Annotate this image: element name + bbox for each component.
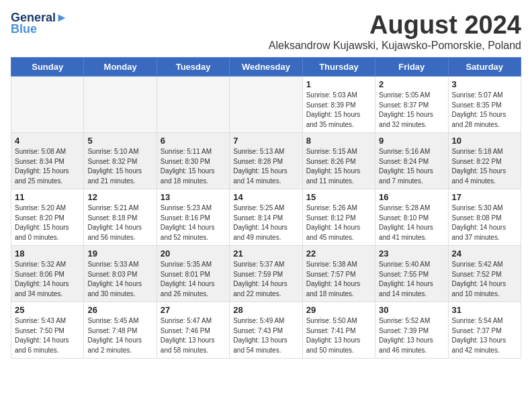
day-number: 7 bbox=[233, 136, 298, 146]
day-number: 22 bbox=[306, 248, 371, 259]
calendar-week-row: 25Sunrise: 5:43 AM Sunset: 7:50 PM Dayli… bbox=[11, 302, 521, 359]
day-info: Sunrise: 5:52 AM Sunset: 7:39 PM Dayligh… bbox=[379, 316, 444, 355]
day-info: Sunrise: 5:03 AM Sunset: 8:39 PM Dayligh… bbox=[306, 91, 371, 130]
day-number: 16 bbox=[379, 192, 444, 202]
day-number: 29 bbox=[306, 305, 371, 315]
calendar-day-cell: 8Sunrise: 5:15 AM Sunset: 8:26 PM Daylig… bbox=[302, 133, 375, 189]
day-number: 5 bbox=[87, 136, 152, 146]
day-number: 9 bbox=[379, 136, 444, 146]
day-info: Sunrise: 5:38 AM Sunset: 7:57 PM Dayligh… bbox=[306, 260, 371, 299]
logo-blue: Blue bbox=[11, 22, 37, 36]
calendar-table: SundayMondayTuesdayWednesdayThursdayFrid… bbox=[11, 57, 521, 359]
calendar-day-cell: 31Sunrise: 5:54 AM Sunset: 7:37 PM Dayli… bbox=[448, 302, 521, 359]
calendar-day-cell: 2Sunrise: 5:05 AM Sunset: 8:37 PM Daylig… bbox=[375, 77, 448, 133]
calendar-day-cell: 30Sunrise: 5:52 AM Sunset: 7:39 PM Dayli… bbox=[375, 302, 448, 359]
calendar-day-cell: 18Sunrise: 5:32 AM Sunset: 8:06 PM Dayli… bbox=[11, 246, 84, 302]
day-info: Sunrise: 5:43 AM Sunset: 7:50 PM Dayligh… bbox=[15, 316, 80, 355]
day-info: Sunrise: 5:15 AM Sunset: 8:26 PM Dayligh… bbox=[306, 147, 371, 186]
day-info: Sunrise: 5:28 AM Sunset: 8:10 PM Dayligh… bbox=[379, 203, 444, 242]
calendar-day-cell: 11Sunrise: 5:20 AM Sunset: 8:20 PM Dayli… bbox=[11, 189, 84, 246]
calendar-day-cell: 14Sunrise: 5:25 AM Sunset: 8:14 PM Dayli… bbox=[230, 189, 302, 246]
day-info: Sunrise: 5:26 AM Sunset: 8:12 PM Dayligh… bbox=[306, 203, 371, 242]
day-info: Sunrise: 5:25 AM Sunset: 8:14 PM Dayligh… bbox=[233, 203, 298, 242]
day-number: 31 bbox=[452, 305, 517, 315]
day-number: 21 bbox=[233, 248, 298, 259]
day-info: Sunrise: 5:37 AM Sunset: 7:59 PM Dayligh… bbox=[233, 260, 298, 299]
calendar-day-cell: 6Sunrise: 5:11 AM Sunset: 8:30 PM Daylig… bbox=[157, 133, 229, 189]
day-number: 12 bbox=[87, 192, 152, 202]
day-info: Sunrise: 5:10 AM Sunset: 8:32 PM Dayligh… bbox=[87, 147, 152, 186]
day-number: 6 bbox=[161, 136, 226, 146]
day-number: 3 bbox=[452, 79, 517, 89]
calendar-day-cell: 24Sunrise: 5:42 AM Sunset: 7:52 PM Dayli… bbox=[448, 246, 521, 302]
day-info: Sunrise: 5:54 AM Sunset: 7:37 PM Dayligh… bbox=[452, 316, 517, 355]
calendar-day-cell: 7Sunrise: 5:13 AM Sunset: 8:28 PM Daylig… bbox=[230, 133, 302, 189]
calendar-day-cell: 16Sunrise: 5:28 AM Sunset: 8:10 PM Dayli… bbox=[375, 189, 448, 246]
page-subtitle: Aleksandrow Kujawski, Kujawsko-Pomorskie… bbox=[269, 40, 521, 52]
day-info: Sunrise: 5:35 AM Sunset: 8:01 PM Dayligh… bbox=[161, 260, 226, 299]
weekday-header: Monday bbox=[84, 58, 157, 77]
weekday-header: Tuesday bbox=[157, 58, 229, 77]
calendar-day-cell: 28Sunrise: 5:49 AM Sunset: 7:43 PM Dayli… bbox=[230, 302, 302, 359]
day-number: 10 bbox=[452, 136, 517, 146]
weekday-header: Sunday bbox=[11, 58, 84, 77]
weekday-header: Wednesday bbox=[230, 58, 302, 77]
calendar-day-cell: 12Sunrise: 5:21 AM Sunset: 8:18 PM Dayli… bbox=[84, 189, 157, 246]
calendar-day-cell: 15Sunrise: 5:26 AM Sunset: 8:12 PM Dayli… bbox=[302, 189, 375, 246]
day-number: 26 bbox=[87, 305, 152, 315]
day-info: Sunrise: 5:07 AM Sunset: 8:35 PM Dayligh… bbox=[452, 91, 517, 130]
calendar-week-row: 1Sunrise: 5:03 AM Sunset: 8:39 PM Daylig… bbox=[11, 77, 521, 133]
day-number: 1 bbox=[306, 79, 371, 89]
day-number: 20 bbox=[161, 248, 226, 259]
day-number: 18 bbox=[15, 248, 80, 259]
day-number: 25 bbox=[15, 305, 80, 315]
calendar-day-cell: 25Sunrise: 5:43 AM Sunset: 7:50 PM Dayli… bbox=[11, 302, 84, 359]
calendar-empty-cell bbox=[84, 77, 157, 133]
calendar-day-cell: 3Sunrise: 5:07 AM Sunset: 8:35 PM Daylig… bbox=[448, 77, 521, 133]
calendar-day-cell: 4Sunrise: 5:08 AM Sunset: 8:34 PM Daylig… bbox=[11, 133, 84, 189]
day-info: Sunrise: 5:20 AM Sunset: 8:20 PM Dayligh… bbox=[15, 203, 80, 242]
calendar-day-cell: 27Sunrise: 5:47 AM Sunset: 7:46 PM Dayli… bbox=[157, 302, 229, 359]
day-info: Sunrise: 5:47 AM Sunset: 7:46 PM Dayligh… bbox=[161, 316, 226, 355]
day-info: Sunrise: 5:40 AM Sunset: 7:55 PM Dayligh… bbox=[379, 260, 444, 299]
day-number: 17 bbox=[452, 192, 517, 202]
day-info: Sunrise: 5:50 AM Sunset: 7:41 PM Dayligh… bbox=[306, 316, 371, 355]
calendar-day-cell: 10Sunrise: 5:18 AM Sunset: 8:22 PM Dayli… bbox=[448, 133, 521, 189]
day-info: Sunrise: 5:16 AM Sunset: 8:24 PM Dayligh… bbox=[379, 147, 444, 186]
day-info: Sunrise: 5:18 AM Sunset: 8:22 PM Dayligh… bbox=[452, 147, 517, 186]
calendar-day-cell: 26Sunrise: 5:45 AM Sunset: 7:48 PM Dayli… bbox=[84, 302, 157, 359]
weekday-header: Saturday bbox=[448, 58, 521, 77]
day-number: 2 bbox=[379, 79, 444, 89]
day-info: Sunrise: 5:08 AM Sunset: 8:34 PM Dayligh… bbox=[15, 147, 80, 186]
day-info: Sunrise: 5:32 AM Sunset: 8:06 PM Dayligh… bbox=[15, 260, 80, 299]
page-header: General► Blue August 2024 Aleksandrow Ku… bbox=[11, 11, 521, 52]
weekday-header: Thursday bbox=[302, 58, 375, 77]
page-title: August 2024 bbox=[269, 11, 521, 40]
logo: General► Blue bbox=[11, 11, 68, 36]
day-number: 8 bbox=[306, 136, 371, 146]
day-info: Sunrise: 5:49 AM Sunset: 7:43 PM Dayligh… bbox=[233, 316, 298, 355]
calendar-day-cell: 9Sunrise: 5:16 AM Sunset: 8:24 PM Daylig… bbox=[375, 133, 448, 189]
day-info: Sunrise: 5:11 AM Sunset: 8:30 PM Dayligh… bbox=[161, 147, 226, 186]
day-number: 11 bbox=[15, 192, 80, 202]
calendar-day-cell: 5Sunrise: 5:10 AM Sunset: 8:32 PM Daylig… bbox=[84, 133, 157, 189]
calendar-week-row: 4Sunrise: 5:08 AM Sunset: 8:34 PM Daylig… bbox=[11, 133, 521, 189]
calendar-empty-cell bbox=[230, 77, 302, 133]
day-info: Sunrise: 5:05 AM Sunset: 8:37 PM Dayligh… bbox=[379, 91, 444, 130]
day-number: 24 bbox=[452, 248, 517, 259]
calendar-header-row: SundayMondayTuesdayWednesdayThursdayFrid… bbox=[11, 58, 521, 77]
day-info: Sunrise: 5:45 AM Sunset: 7:48 PM Dayligh… bbox=[87, 316, 152, 355]
title-section: August 2024 Aleksandrow Kujawski, Kujaws… bbox=[269, 11, 521, 52]
day-number: 30 bbox=[379, 305, 444, 315]
day-number: 27 bbox=[161, 305, 226, 315]
day-number: 19 bbox=[87, 248, 152, 259]
calendar-empty-cell bbox=[11, 77, 84, 133]
day-number: 23 bbox=[379, 248, 444, 259]
calendar-week-row: 11Sunrise: 5:20 AM Sunset: 8:20 PM Dayli… bbox=[11, 189, 521, 246]
day-number: 13 bbox=[161, 192, 226, 202]
calendar-day-cell: 1Sunrise: 5:03 AM Sunset: 8:39 PM Daylig… bbox=[302, 77, 375, 133]
calendar-day-cell: 22Sunrise: 5:38 AM Sunset: 7:57 PM Dayli… bbox=[302, 246, 375, 302]
day-info: Sunrise: 5:21 AM Sunset: 8:18 PM Dayligh… bbox=[87, 203, 152, 242]
calendar-day-cell: 13Sunrise: 5:23 AM Sunset: 8:16 PM Dayli… bbox=[157, 189, 229, 246]
day-info: Sunrise: 5:13 AM Sunset: 8:28 PM Dayligh… bbox=[233, 147, 298, 186]
